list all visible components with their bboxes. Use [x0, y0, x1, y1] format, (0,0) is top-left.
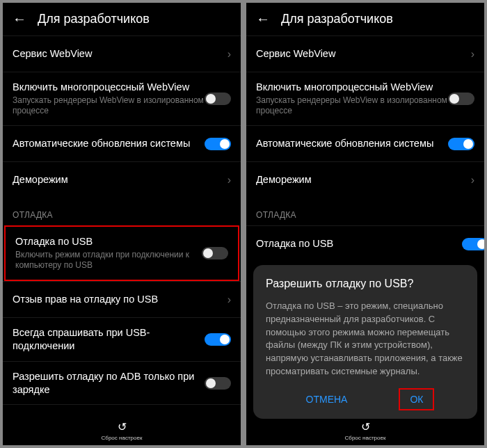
row-title: Всегда спрашивать при USB-подключении — [13, 326, 205, 353]
row-title: Деморежим — [256, 173, 471, 186]
cancel-button[interactable]: ОТМЕНА — [296, 388, 358, 410]
ok-button[interactable]: ОК — [399, 388, 434, 410]
reset-icon[interactable]: ↺ — [361, 420, 370, 433]
row-mock-location-app[interactable]: Выбрать приложение для фиктивных — [3, 404, 241, 415]
back-arrow-icon[interactable]: ← — [256, 11, 270, 27]
row-title: Сервис WebView — [13, 47, 227, 61]
phone-screen-left: ← Для разработчиков Сервис WebView › Вкл… — [3, 3, 241, 445]
bottom-label: Сброс настроек — [102, 435, 143, 441]
row-usb-debug[interactable]: Отладка по USB Включить режим отладки пр… — [6, 227, 238, 280]
toggle-always-ask[interactable] — [205, 333, 231, 346]
row-webview-service[interactable]: Сервис WebView › — [3, 35, 241, 72]
toggle-multiprocess[interactable] — [205, 93, 231, 105]
row-auto-updates[interactable]: Автоматические обновления системы — [246, 125, 484, 161]
chevron-right-icon: › — [471, 174, 474, 186]
toggle-auto-updates[interactable] — [205, 138, 231, 150]
row-title: Включить многопроцессный WebView — [256, 81, 448, 94]
highlight-usb-debug: Отладка по USB Включить режим отладки пр… — [4, 225, 239, 281]
bottom-label: Сброс настроек — [345, 435, 386, 441]
chevron-right-icon: › — [471, 48, 474, 61]
page-title: Для разработчиков — [38, 12, 150, 26]
chevron-right-icon: › — [227, 174, 231, 186]
row-subtitle: Запускать рендереры WebView в изолирован… — [13, 95, 205, 117]
app-header: ← Для разработчиков — [246, 3, 484, 35]
row-subtitle: Запускать рендереры WebView в изолирован… — [256, 95, 448, 117]
toggle-usb-debug[interactable] — [462, 238, 484, 250]
row-multiprocess-webview[interactable]: Включить многопроцессный WebView Запуска… — [3, 72, 241, 125]
row-adb-charging-only[interactable]: Разрешить отладку по ADB только при заря… — [3, 361, 241, 405]
toggle-multiprocess[interactable] — [448, 93, 474, 105]
chevron-right-icon: › — [227, 48, 231, 61]
row-title: Отладка по USB — [256, 237, 462, 250]
row-title: Включить многопроцессный WebView — [13, 81, 205, 94]
dialog-title: Разрешить отладку по USB? — [266, 278, 465, 290]
row-title: Автоматические обновления системы — [256, 137, 448, 150]
toggle-adb-charging[interactable] — [205, 377, 231, 390]
app-header: ← Для разработчиков — [3, 3, 241, 35]
phone-screen-right: ← Для разработчиков Сервис WebView › Вкл… — [246, 3, 484, 445]
row-usb-debug[interactable]: Отладка по USB — [246, 225, 484, 262]
chevron-right-icon: › — [227, 294, 231, 306]
toggle-auto-updates[interactable] — [448, 138, 474, 150]
settings-list: Сервис WebView › Включить многопроцессны… — [3, 35, 241, 415]
row-webview-service[interactable]: Сервис WebView › — [246, 35, 484, 72]
page-title: Для разработчиков — [281, 12, 393, 26]
toggle-usb-debug[interactable] — [202, 247, 228, 259]
bottom-bar: ↺ Сброс настроек — [246, 415, 484, 445]
row-title: Сервис WebView — [256, 47, 471, 61]
row-title: Деморежим — [13, 173, 227, 186]
bottom-bar: ↺ Сброс настроек — [3, 415, 241, 445]
row-demo-mode[interactable]: Деморежим › — [3, 161, 241, 198]
dialog-usb-debug: Разрешить отладку по USB? Отладка по USB… — [253, 265, 477, 419]
section-header-debug: ОТЛАДКА — [3, 198, 241, 225]
row-demo-mode[interactable]: Деморежим › — [246, 161, 484, 198]
row-title: Автоматические обновления системы — [13, 137, 205, 150]
row-multiprocess-webview[interactable]: Включить многопроцессный WebView Запуска… — [246, 72, 484, 125]
row-always-ask-usb[interactable]: Всегда спрашивать при USB-подключении — [3, 317, 241, 361]
dialog-actions: ОТМЕНА ОК — [266, 388, 465, 410]
row-title: Отзыв прав на отладку по USB — [13, 293, 227, 306]
reset-icon[interactable]: ↺ — [118, 420, 127, 433]
section-header-debug: ОТЛАДКА — [246, 198, 484, 225]
back-arrow-icon[interactable]: ← — [13, 11, 26, 27]
row-auto-updates[interactable]: Автоматические обновления системы — [3, 125, 241, 161]
row-title: Отладка по USB — [15, 235, 202, 248]
dialog-body: Отладка по USB – это режим, специально п… — [266, 300, 465, 378]
row-title: Разрешить отладку по ADB только при заря… — [13, 370, 205, 397]
row-revoke-usb[interactable]: Отзыв прав на отладку по USB › — [3, 281, 241, 317]
row-subtitle: Включить режим отладки при подключении к… — [15, 250, 202, 271]
